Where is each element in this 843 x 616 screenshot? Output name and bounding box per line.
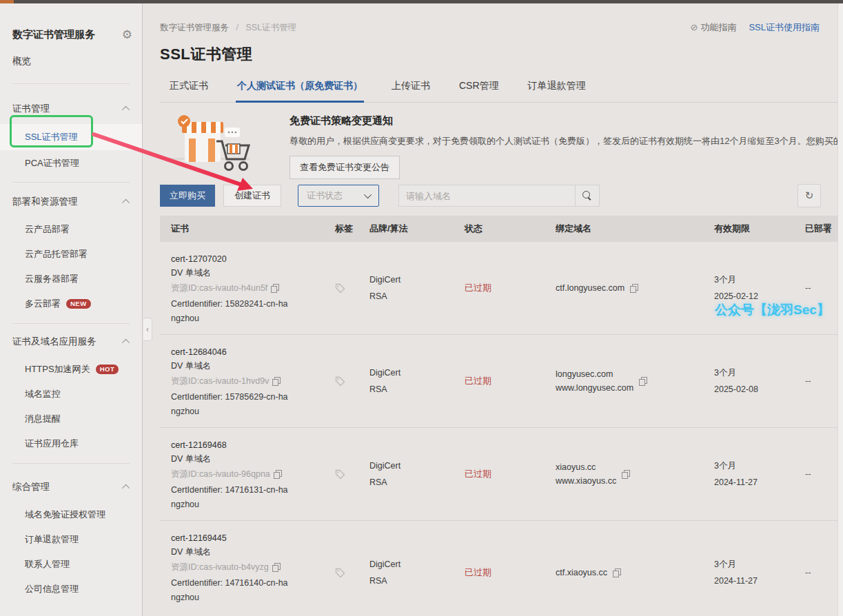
sidebar-section-cert-mgmt[interactable]: 证书管理	[0, 94, 142, 124]
cert-brand: DigiCert	[369, 365, 448, 381]
sidebar-item-pca-cert-mgmt[interactable]: PCA证书管理	[0, 150, 142, 176]
tab-csr-mgmt[interactable]: CSR管理	[458, 80, 500, 102]
feature-guide-link[interactable]: ⊘功能指南	[691, 21, 737, 34]
tab-personal-test-certs[interactable]: 个人测试证书（原免费证书）	[236, 80, 364, 103]
sidebar-item-label: 云服务器部署	[25, 273, 79, 285]
cert-status-placeholder: 证书状态	[307, 189, 343, 202]
sidebar-divider	[12, 83, 130, 84]
sidebar-section-cert-domain-services[interactable]: 证书及域名应用服务	[0, 327, 142, 357]
tag-icon[interactable]	[335, 283, 345, 294]
cert-type: DV 单域名	[171, 545, 324, 559]
sidebar-item-message-reminder[interactable]: 消息提醒	[0, 407, 142, 431]
status-badge: 已过期	[465, 564, 545, 581]
cert-identifier: CertIdentifier: 14716140-cn-hangzhou	[171, 576, 292, 605]
sidebar-item-order-refund-mgmt[interactable]: 订单退款管理	[0, 527, 142, 552]
copy-icon[interactable]	[274, 470, 281, 478]
sidebar: 数字证书管理服务 ⚙ 概览 证书管理 SSL证书管理 PCA证书管理 部署和资源…	[0, 3, 143, 616]
breadcrumb: 数字证书管理服务 / SSL证书管理	[160, 22, 296, 34]
sidebar-item-https-gateway[interactable]: HTTPS加速网关 HOT	[0, 357, 142, 382]
bound-domain: longyusec.com	[556, 367, 633, 381]
copy-icon[interactable]	[613, 568, 620, 577]
cert-status-select[interactable]: 证书状态	[298, 185, 379, 207]
sidebar-item-cloud-hosted-deploy[interactable]: 云产品托管部署	[0, 242, 142, 267]
sidebar-divider	[12, 182, 130, 183]
sidebar-section-deploy[interactable]: 部署和资源管理	[0, 187, 142, 217]
validity-period: 3个月	[714, 271, 804, 288]
sidebar-section-general-mgmt[interactable]: 综合管理	[0, 472, 142, 502]
sidebar-item-domain-monitor[interactable]: 域名监控	[0, 382, 142, 407]
sidebar-divider	[12, 463, 130, 464]
sidebar-item-label: HTTPS加速网关	[25, 363, 90, 376]
cert-type: DV 单域名	[171, 266, 324, 280]
sidebar-item-domain-auth-mgmt[interactable]: 域名免验证授权管理	[0, 502, 142, 527]
create-cert-button[interactable]: 创建证书	[223, 185, 281, 207]
tab-order-refund-mgmt[interactable]: 订单退款管理	[527, 80, 587, 102]
sidebar-divider	[12, 323, 130, 324]
expire-date: 2024-11-27	[714, 573, 804, 589]
section-label: 证书及域名应用服务	[12, 336, 97, 348]
ssl-usage-guide-link[interactable]: SSL证书使用指南	[749, 21, 820, 34]
breadcrumb-current: SSL证书管理	[245, 23, 296, 32]
cert-id[interactable]: cert-12684046	[171, 345, 324, 359]
sidebar-item-overview[interactable]: 概览	[0, 48, 142, 75]
search-button[interactable]	[575, 185, 600, 207]
refresh-button[interactable]: ↻	[798, 184, 821, 207]
cert-id[interactable]: cert-12169468	[171, 438, 324, 452]
sidebar-item-cloud-product-deploy[interactable]: 云产品部署	[0, 217, 142, 242]
sidebar-item-label: PCA证书管理	[25, 157, 79, 170]
sidebar-collapse-handle[interactable]: ‹	[143, 318, 152, 341]
bound-domain: xiaoyus.cc	[556, 460, 616, 474]
bound-domain: ctf.xiaoyus.cc	[556, 566, 607, 579]
vertical-scrollbar[interactable]	[837, 3, 843, 616]
table-row[interactable]: cert-12707020 DV 单域名 资源ID:cas-ivauto-h4u…	[160, 242, 843, 335]
copy-icon[interactable]	[630, 284, 638, 292]
sidebar-item-label: 云产品托管部署	[25, 248, 88, 260]
copy-icon[interactable]	[272, 377, 280, 385]
notice-body: 尊敬的用户，根据供应商变更要求，对于免费领取的个人测试证书（免费版），签发后的证…	[290, 135, 834, 147]
sidebar-item-multicloud-deploy[interactable]: 多云部署 NEW	[0, 291, 142, 316]
copy-icon[interactable]	[271, 284, 278, 292]
domain-search-input[interactable]	[398, 185, 575, 207]
sidebar-item-company-info-mgmt[interactable]: 公司信息管理	[0, 577, 142, 602]
buy-now-button[interactable]: 立即购买	[160, 185, 215, 207]
chevron-up-icon	[122, 339, 130, 347]
table-row[interactable]: cert-12169468 DV 单域名 资源ID:cas-ivauto-96q…	[160, 428, 843, 521]
chevron-up-icon	[122, 106, 130, 114]
sidebar-item-cert-app-repo[interactable]: 证书应用仓库	[0, 431, 142, 456]
copy-icon[interactable]	[272, 563, 280, 571]
new-badge: NEW	[66, 299, 91, 309]
table-row[interactable]: cert-12684046 DV 单域名 资源ID:cas-ivauto-1hv…	[160, 335, 843, 428]
status-badge: 已过期	[465, 466, 545, 482]
breadcrumb-root[interactable]: 数字证书管理服务	[160, 23, 229, 32]
tab-upload-certs[interactable]: 上传证书	[390, 80, 431, 102]
breadcrumb-separator: /	[236, 23, 238, 32]
section-label: 证书管理	[12, 103, 50, 115]
tag-icon[interactable]	[335, 469, 345, 480]
tag-icon[interactable]	[335, 376, 345, 387]
sidebar-title: 数字证书管理服务	[12, 28, 95, 41]
page-title: SSL证书管理	[160, 44, 843, 65]
expire-date: 2024-11-27	[714, 474, 804, 491]
chevron-up-icon	[122, 199, 130, 207]
sidebar-item-contact-mgmt[interactable]: 联系人管理	[0, 552, 142, 577]
table-header: 证书 标签 品牌/算法 状态 绑定域名 有效期限 已部署	[160, 216, 843, 242]
collapse-icon: ‹	[146, 325, 149, 334]
sidebar-item-ssl-cert-mgmt[interactable]: SSL证书管理	[0, 124, 142, 150]
chevron-up-icon	[122, 484, 130, 492]
sidebar-item-label: 云产品部署	[25, 223, 70, 236]
sidebar-item-cloud-server-deploy[interactable]: 云服务器部署	[0, 267, 142, 291]
tab-formal-certs[interactable]: 正式证书	[168, 80, 210, 102]
sidebar-item-label: 联系人管理	[25, 558, 70, 571]
view-notice-button[interactable]: 查看免费证书变更公告	[290, 156, 400, 179]
cert-algorithm: RSA	[369, 288, 448, 305]
tab-bar: 正式证书 个人测试证书（原免费证书） 上传证书 CSR管理 订单退款管理	[160, 80, 843, 103]
gear-icon[interactable]: ⚙	[122, 28, 132, 42]
copy-icon[interactable]	[622, 470, 629, 478]
tag-icon[interactable]	[335, 568, 345, 578]
resource-id: 资源ID:cas-ivauto-b4vyzg	[171, 560, 269, 574]
cert-id[interactable]: cert-12169445	[171, 531, 324, 545]
cert-id[interactable]: cert-12707020	[171, 252, 324, 266]
table-row[interactable]: cert-12169445 DV 单域名 资源ID:cas-ivauto-b4v…	[160, 521, 843, 616]
copy-icon[interactable]	[639, 377, 647, 385]
shop-cart-illustration	[165, 111, 254, 177]
